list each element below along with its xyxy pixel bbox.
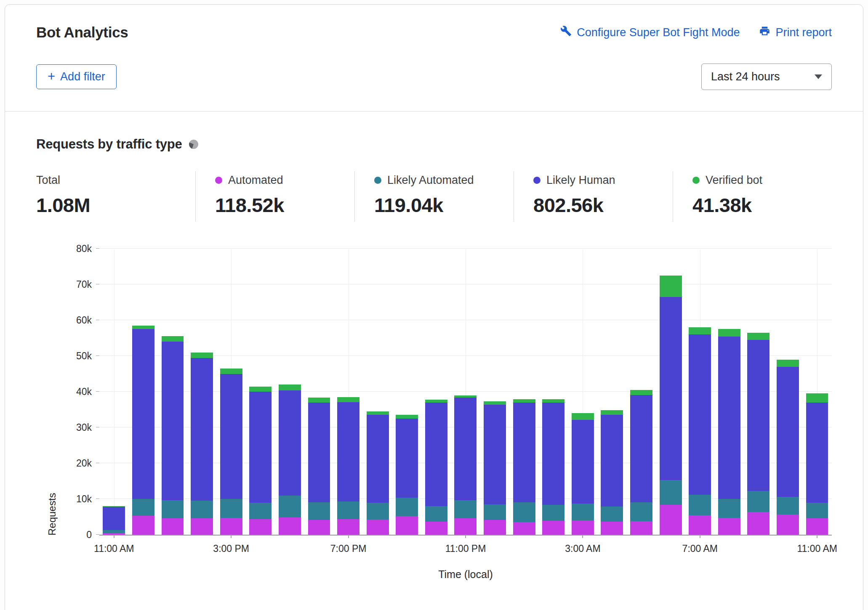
bar-segment-automated	[367, 520, 389, 535]
bar-segment-automated	[718, 518, 740, 535]
stacked-bar	[308, 398, 330, 535]
bar-slot	[685, 249, 715, 535]
print-report-link[interactable]: Print report	[759, 25, 832, 40]
stacked-bar	[601, 410, 623, 535]
stacked-bar	[337, 397, 359, 535]
bar-segment-likely_human	[572, 420, 594, 504]
bar-segment-likely_human	[542, 403, 564, 505]
bar-segment-likely_human	[249, 392, 272, 503]
bar-segment-likely_human	[337, 402, 359, 501]
time-range-select[interactable]: Last 24 hours	[701, 64, 832, 90]
y-tick-label: 0	[86, 529, 92, 541]
bar-segment-likely_human	[777, 367, 799, 497]
bar-segment-likely_automated	[777, 497, 799, 515]
x-tick-mark	[231, 535, 232, 538]
bar-slot	[480, 249, 510, 535]
bar-segment-verified_bot	[191, 353, 213, 358]
gridline-horizontal	[99, 248, 832, 249]
stats-row: Total1.08MAutomated118.52kLikely Automat…	[36, 171, 832, 222]
stat-value: 118.52k	[215, 194, 350, 217]
bar-segment-likely_human	[689, 334, 711, 495]
bar-segment-verified_bot	[279, 385, 301, 390]
bar-segment-automated	[425, 522, 447, 535]
bar-segment-verified_bot	[249, 387, 272, 392]
page-title: Bot Analytics	[36, 24, 128, 41]
bar-slot	[99, 249, 129, 535]
bar-segment-likely_human	[425, 403, 447, 506]
bar-segment-verified_bot	[220, 369, 242, 374]
add-filter-button[interactable]: + Add filter	[36, 64, 117, 89]
bar-segment-verified_bot	[542, 399, 564, 403]
bar-segment-likely_human	[630, 395, 652, 502]
plot-area: 010k20k30k40k50k60k70k80k11:00 AM3:00 PM…	[99, 249, 832, 536]
stacked-bar	[367, 411, 389, 535]
x-tick-mark	[700, 535, 700, 538]
bar-segment-likely_human	[162, 342, 184, 500]
x-tick-label: 7:00 AM	[682, 543, 718, 554]
bar-segment-likely_automated	[103, 530, 125, 533]
bar-segment-likely_automated	[132, 499, 154, 516]
stacked-bar	[484, 401, 506, 535]
bar-segment-automated	[572, 520, 594, 535]
y-axis-label: Requests	[46, 249, 58, 536]
wrench-icon	[560, 25, 572, 40]
stat-automated: Automated118.52k	[195, 171, 354, 222]
bar-segment-verified_bot	[308, 398, 330, 403]
stacked-bar	[103, 506, 125, 535]
bar-slot	[246, 249, 275, 535]
stacked-bar	[542, 399, 564, 535]
bar-segment-likely_automated	[454, 500, 477, 518]
bar-segment-likely_human	[132, 329, 154, 499]
bar-segment-verified_bot	[513, 399, 535, 403]
bar-segment-likely_automated	[601, 507, 623, 522]
plus-icon: +	[48, 70, 55, 83]
bar-slot	[158, 249, 187, 535]
bar-segment-likely_automated	[630, 502, 652, 521]
bar-segment-automated	[806, 518, 828, 535]
bar-segment-verified_bot	[777, 360, 799, 367]
bar-slot	[773, 249, 803, 535]
bar-slot	[539, 249, 568, 535]
configure-super-bot-fight-mode-link[interactable]: Configure Super Bot Fight Mode	[560, 25, 740, 40]
stacked-bar	[132, 326, 154, 535]
y-tick-label: 30k	[76, 422, 92, 433]
x-tick-label: 11:00 AM	[797, 543, 837, 554]
stacked-bar	[249, 387, 272, 535]
bar-segment-automated	[542, 521, 564, 535]
y-tick-label: 70k	[76, 279, 92, 290]
bar-segment-likely_human	[220, 374, 242, 499]
stat-label: Likely Human	[546, 174, 615, 187]
bar-segment-automated	[396, 516, 418, 535]
bot-analytics-card: Bot Analytics Configure Super Bot Fight …	[5, 4, 863, 610]
stacked-bar	[689, 327, 711, 535]
bar-segment-likely_human	[103, 507, 125, 530]
bar-segment-verified_bot	[162, 336, 184, 342]
bar-segment-verified_bot	[572, 413, 594, 420]
stat-value: 41.38k	[692, 194, 828, 217]
bar-segment-likely_automated	[747, 491, 769, 512]
bar-segment-likely_human	[367, 415, 389, 503]
bar-segment-automated	[747, 512, 769, 535]
bar-segment-likely_human	[308, 403, 330, 502]
stacked-bar	[425, 400, 447, 535]
print-link-label: Print report	[775, 26, 832, 39]
bar-segment-automated	[689, 515, 711, 535]
stat-label: Automated	[228, 174, 283, 187]
stat-total: Total1.08M	[36, 171, 195, 222]
bar-segment-likely_automated	[249, 503, 272, 519]
bar-slot	[656, 249, 685, 535]
bar-segment-likely_automated	[396, 498, 418, 516]
legend-dot	[533, 177, 541, 184]
stacked-bar	[513, 399, 535, 535]
y-tick-label: 80k	[76, 243, 92, 255]
bar-segment-verified_bot	[425, 400, 447, 403]
stat-verified-bot: Verified bot41.38k	[673, 171, 832, 222]
stacked-bar	[630, 390, 652, 535]
y-tick-label: 50k	[76, 350, 92, 362]
bar-slot	[334, 249, 363, 535]
y-tick-label: 20k	[76, 458, 92, 469]
stacked-bar	[806, 393, 828, 535]
bar-segment-automated	[660, 505, 682, 535]
stacked-bar	[220, 369, 242, 535]
bar-segment-likely_human	[484, 405, 506, 504]
